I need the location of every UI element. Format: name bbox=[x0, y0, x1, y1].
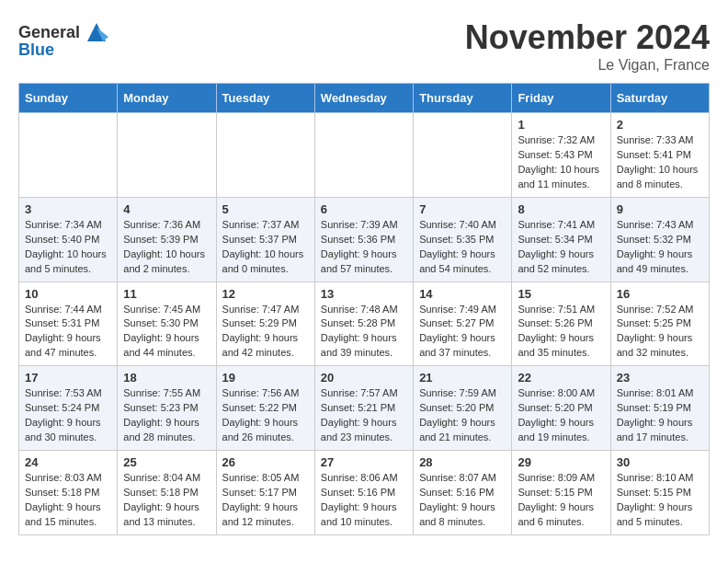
weekday-header-cell: Thursday bbox=[414, 84, 512, 113]
calendar-header: SundayMondayTuesdayWednesdayThursdayFrid… bbox=[19, 84, 710, 113]
calendar-day-cell: 9Sunrise: 7:43 AM Sunset: 5:32 PM Daylig… bbox=[610, 197, 709, 282]
day-info: Sunrise: 7:45 AM Sunset: 5:30 PM Dayligh… bbox=[123, 303, 210, 362]
weekday-header-cell: Monday bbox=[118, 84, 216, 113]
calendar-day-cell: 22Sunrise: 8:00 AM Sunset: 5:20 PM Dayli… bbox=[512, 366, 610, 451]
day-number: 26 bbox=[222, 455, 309, 469]
day-number: 28 bbox=[419, 455, 506, 469]
day-number: 30 bbox=[617, 455, 703, 469]
day-number: 7 bbox=[419, 202, 506, 216]
day-number: 1 bbox=[518, 118, 604, 132]
calendar-day-cell: 24Sunrise: 8:03 AM Sunset: 5:18 PM Dayli… bbox=[19, 451, 118, 535]
calendar-day-cell: 27Sunrise: 8:06 AM Sunset: 5:16 PM Dayli… bbox=[314, 451, 413, 535]
day-info: Sunrise: 8:09 AM Sunset: 5:15 PM Dayligh… bbox=[518, 471, 604, 530]
day-info: Sunrise: 8:05 AM Sunset: 5:17 PM Dayligh… bbox=[222, 471, 309, 530]
day-info: Sunrise: 8:00 AM Sunset: 5:20 PM Dayligh… bbox=[518, 386, 604, 445]
day-info: Sunrise: 7:53 AM Sunset: 5:24 PM Dayligh… bbox=[25, 386, 111, 445]
calendar-day-cell: 26Sunrise: 8:05 AM Sunset: 5:17 PM Dayli… bbox=[216, 451, 314, 535]
calendar-week-row: 17Sunrise: 7:53 AM Sunset: 5:24 PM Dayli… bbox=[19, 366, 710, 451]
day-number: 10 bbox=[25, 287, 111, 301]
day-number: 20 bbox=[321, 371, 407, 385]
calendar-day-cell: 18Sunrise: 7:55 AM Sunset: 5:23 PM Dayli… bbox=[118, 366, 216, 451]
day-number: 14 bbox=[419, 287, 506, 301]
day-number: 16 bbox=[617, 287, 703, 301]
day-info: Sunrise: 7:52 AM Sunset: 5:25 PM Dayligh… bbox=[617, 303, 703, 362]
calendar-week-row: 3Sunrise: 7:34 AM Sunset: 5:40 PM Daylig… bbox=[19, 197, 710, 282]
calendar-week-row: 24Sunrise: 8:03 AM Sunset: 5:18 PM Dayli… bbox=[19, 451, 710, 535]
calendar-day-cell: 30Sunrise: 8:10 AM Sunset: 5:15 PM Dayli… bbox=[610, 451, 709, 535]
logo: General Blue bbox=[18, 18, 110, 60]
day-info: Sunrise: 8:03 AM Sunset: 5:18 PM Dayligh… bbox=[25, 471, 111, 530]
weekday-header-cell: Friday bbox=[512, 84, 610, 113]
calendar-day-cell: 5Sunrise: 7:37 AM Sunset: 5:37 PM Daylig… bbox=[216, 197, 314, 282]
day-number: 18 bbox=[123, 371, 210, 385]
day-number: 27 bbox=[321, 455, 407, 469]
calendar-day-cell: 19Sunrise: 7:56 AM Sunset: 5:22 PM Dayli… bbox=[216, 366, 314, 451]
day-info: Sunrise: 7:41 AM Sunset: 5:34 PM Dayligh… bbox=[518, 218, 604, 277]
calendar-day-cell bbox=[216, 113, 314, 198]
day-info: Sunrise: 8:06 AM Sunset: 5:16 PM Dayligh… bbox=[321, 471, 407, 530]
calendar-day-cell: 28Sunrise: 8:07 AM Sunset: 5:16 PM Dayli… bbox=[414, 451, 512, 535]
calendar-day-cell bbox=[414, 113, 512, 198]
day-info: Sunrise: 8:01 AM Sunset: 5:19 PM Dayligh… bbox=[617, 386, 703, 445]
calendar-day-cell: 11Sunrise: 7:45 AM Sunset: 5:30 PM Dayli… bbox=[118, 282, 216, 366]
day-info: Sunrise: 7:56 AM Sunset: 5:22 PM Dayligh… bbox=[222, 386, 309, 445]
day-number: 17 bbox=[25, 371, 111, 385]
day-number: 12 bbox=[222, 287, 309, 301]
weekday-header-cell: Sunday bbox=[19, 84, 118, 113]
day-info: Sunrise: 7:44 AM Sunset: 5:31 PM Dayligh… bbox=[25, 303, 111, 362]
day-info: Sunrise: 8:04 AM Sunset: 5:18 PM Dayligh… bbox=[123, 471, 210, 530]
day-info: Sunrise: 7:49 AM Sunset: 5:27 PM Dayligh… bbox=[419, 303, 506, 362]
day-info: Sunrise: 7:48 AM Sunset: 5:28 PM Dayligh… bbox=[321, 303, 407, 362]
weekday-header-row: SundayMondayTuesdayWednesdayThursdayFrid… bbox=[19, 84, 710, 113]
day-number: 13 bbox=[321, 287, 407, 301]
calendar-day-cell: 13Sunrise: 7:48 AM Sunset: 5:28 PM Dayli… bbox=[314, 282, 413, 366]
calendar-day-cell: 21Sunrise: 7:59 AM Sunset: 5:20 PM Dayli… bbox=[414, 366, 512, 451]
calendar-table: SundayMondayTuesdayWednesdayThursdayFrid… bbox=[18, 83, 710, 535]
calendar-day-cell: 10Sunrise: 7:44 AM Sunset: 5:31 PM Dayli… bbox=[19, 282, 118, 366]
calendar-day-cell bbox=[314, 113, 413, 198]
day-info: Sunrise: 7:40 AM Sunset: 5:35 PM Dayligh… bbox=[419, 218, 506, 277]
day-info: Sunrise: 7:33 AM Sunset: 5:41 PM Dayligh… bbox=[617, 133, 703, 192]
day-number: 4 bbox=[123, 202, 210, 216]
calendar-day-cell: 25Sunrise: 8:04 AM Sunset: 5:18 PM Dayli… bbox=[118, 451, 216, 535]
calendar-day-cell: 17Sunrise: 7:53 AM Sunset: 5:24 PM Dayli… bbox=[19, 366, 118, 451]
calendar-week-row: 10Sunrise: 7:44 AM Sunset: 5:31 PM Dayli… bbox=[19, 282, 710, 366]
calendar-day-cell bbox=[118, 113, 216, 198]
weekday-header-cell: Wednesday bbox=[314, 84, 413, 113]
day-number: 29 bbox=[518, 455, 604, 469]
calendar-week-row: 1Sunrise: 7:32 AM Sunset: 5:43 PM Daylig… bbox=[19, 113, 710, 198]
title-area: November 2024 Le Vigan, France bbox=[465, 18, 710, 74]
day-info: Sunrise: 7:32 AM Sunset: 5:43 PM Dayligh… bbox=[518, 133, 604, 192]
day-info: Sunrise: 7:36 AM Sunset: 5:39 PM Dayligh… bbox=[123, 218, 210, 277]
day-info: Sunrise: 7:37 AM Sunset: 5:37 PM Dayligh… bbox=[222, 218, 309, 277]
location-subtitle: Le Vigan, France bbox=[465, 57, 710, 74]
day-number: 11 bbox=[123, 287, 210, 301]
day-info: Sunrise: 7:51 AM Sunset: 5:26 PM Dayligh… bbox=[518, 303, 604, 362]
day-number: 9 bbox=[617, 202, 703, 216]
calendar-day-cell: 3Sunrise: 7:34 AM Sunset: 5:40 PM Daylig… bbox=[19, 197, 118, 282]
calendar-day-cell: 14Sunrise: 7:49 AM Sunset: 5:27 PM Dayli… bbox=[414, 282, 512, 366]
calendar-day-cell: 20Sunrise: 7:57 AM Sunset: 5:21 PM Dayli… bbox=[314, 366, 413, 451]
calendar-day-cell: 2Sunrise: 7:33 AM Sunset: 5:41 PM Daylig… bbox=[610, 113, 709, 198]
day-info: Sunrise: 7:59 AM Sunset: 5:20 PM Dayligh… bbox=[419, 386, 506, 445]
day-info: Sunrise: 7:47 AM Sunset: 5:29 PM Dayligh… bbox=[222, 303, 309, 362]
calendar-day-cell: 1Sunrise: 7:32 AM Sunset: 5:43 PM Daylig… bbox=[512, 113, 610, 198]
weekday-header-cell: Tuesday bbox=[216, 84, 314, 113]
calendar-day-cell: 8Sunrise: 7:41 AM Sunset: 5:34 PM Daylig… bbox=[512, 197, 610, 282]
day-number: 15 bbox=[518, 287, 604, 301]
day-number: 5 bbox=[222, 202, 309, 216]
month-title: November 2024 bbox=[465, 18, 710, 57]
calendar-day-cell: 7Sunrise: 7:40 AM Sunset: 5:35 PM Daylig… bbox=[414, 197, 512, 282]
day-info: Sunrise: 7:57 AM Sunset: 5:21 PM Dayligh… bbox=[321, 386, 407, 445]
day-number: 2 bbox=[617, 118, 703, 132]
calendar-body: 1Sunrise: 7:32 AM Sunset: 5:43 PM Daylig… bbox=[19, 113, 710, 535]
day-number: 22 bbox=[518, 371, 604, 385]
day-info: Sunrise: 8:10 AM Sunset: 5:15 PM Dayligh… bbox=[617, 471, 703, 530]
day-number: 24 bbox=[25, 455, 111, 469]
day-number: 3 bbox=[25, 202, 111, 216]
day-info: Sunrise: 7:43 AM Sunset: 5:32 PM Dayligh… bbox=[617, 218, 703, 277]
day-info: Sunrise: 8:07 AM Sunset: 5:16 PM Dayligh… bbox=[419, 471, 506, 530]
calendar-day-cell: 12Sunrise: 7:47 AM Sunset: 5:29 PM Dayli… bbox=[216, 282, 314, 366]
day-number: 6 bbox=[321, 202, 407, 216]
day-info: Sunrise: 7:34 AM Sunset: 5:40 PM Dayligh… bbox=[25, 218, 111, 277]
